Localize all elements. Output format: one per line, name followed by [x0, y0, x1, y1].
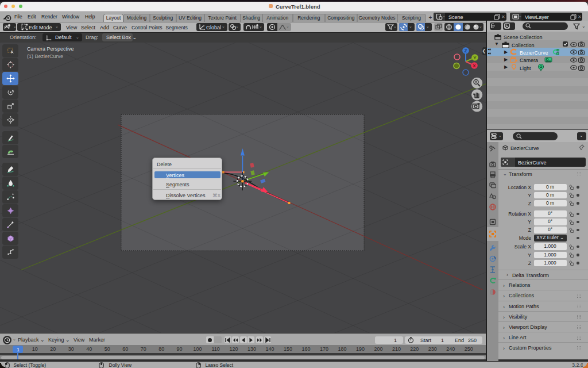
svg-text:Z: Z [465, 48, 467, 53]
svg-text:Y: Y [473, 55, 477, 60]
svg-text:X: X [473, 63, 476, 68]
